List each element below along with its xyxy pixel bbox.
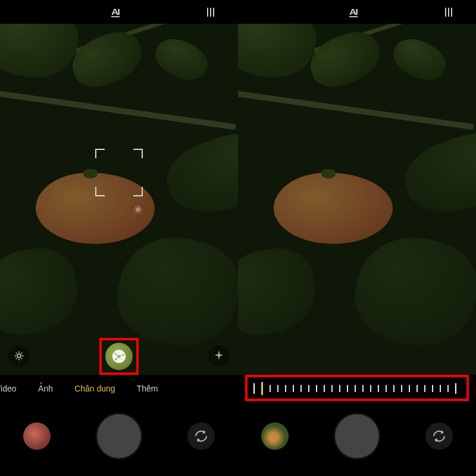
- dial-tick: [447, 385, 449, 392]
- ai-toggle-icon[interactable]: AI: [111, 7, 120, 17]
- mode-photo[interactable]: Ảnh: [27, 384, 64, 393]
- camera-viewfinder[interactable]: [238, 24, 476, 375]
- dial-tick: [339, 385, 340, 392]
- svg-line-6: [140, 211, 140, 212]
- bottom-bar: [238, 375, 476, 476]
- top-bar: AI: [0, 0, 238, 24]
- svg-point-0: [137, 208, 140, 211]
- dial-tick: [386, 385, 387, 392]
- aperture-dial[interactable]: [250, 380, 464, 397]
- dial-tick: [393, 385, 394, 392]
- effects-button[interactable]: [208, 345, 230, 367]
- dial-tick: [409, 385, 410, 392]
- shutter-button[interactable]: [335, 414, 379, 458]
- dial-tick: [316, 385, 317, 392]
- brightness-button[interactable]: [8, 345, 30, 367]
- svg-line-7: [136, 211, 136, 212]
- svg-line-15: [21, 358, 23, 359]
- svg-line-8: [140, 207, 140, 208]
- switch-camera-button[interactable]: [425, 422, 453, 450]
- dial-tick: [324, 385, 325, 392]
- phone-screenshot-right: AI: [238, 0, 476, 476]
- dial-tick: [285, 385, 286, 392]
- ai-label: AI: [111, 7, 119, 17]
- dial-tick: [440, 385, 441, 392]
- dial-tick: [362, 385, 364, 392]
- dial-tick: [308, 385, 309, 392]
- ai-toggle-icon[interactable]: AI: [349, 7, 358, 17]
- dial-tick: [331, 385, 333, 392]
- mode-more[interactable]: Thêm: [126, 384, 169, 393]
- dial-tick: [455, 383, 456, 394]
- menu-icon[interactable]: [207, 8, 214, 17]
- shutter-button[interactable]: [97, 414, 141, 458]
- dial-tick: [355, 385, 356, 392]
- dial-tick: [432, 385, 433, 392]
- dial-tick: [378, 385, 379, 392]
- dial-tick: [370, 385, 371, 392]
- svg-line-17: [21, 353, 23, 354]
- focus-indicator: [95, 149, 143, 196]
- svg-line-16: [16, 358, 17, 359]
- phone-screenshot-left: AI: [0, 0, 238, 476]
- svg-line-5: [136, 207, 136, 208]
- dial-tick: [293, 385, 294, 392]
- ai-label: AI: [349, 7, 357, 17]
- dial-tick: [253, 383, 255, 394]
- switch-camera-button[interactable]: [187, 422, 215, 450]
- mode-portrait[interactable]: Chân dung: [64, 384, 126, 393]
- mode-selector[interactable]: Video Ảnh Chân dung Thêm: [0, 375, 238, 402]
- bottom-bar: Video Ảnh Chân dung Thêm: [0, 375, 238, 476]
- svg-line-14: [16, 353, 17, 354]
- dial-tick: [401, 385, 402, 392]
- dial-tick: [424, 385, 425, 392]
- camera-viewfinder[interactable]: [0, 24, 238, 375]
- dial-tick: [300, 385, 302, 392]
- gallery-thumbnail[interactable]: [23, 422, 51, 450]
- aperture-button[interactable]: [105, 343, 133, 370]
- exposure-sun-icon[interactable]: [134, 205, 142, 214]
- dial-tick: [277, 385, 278, 392]
- top-bar: AI: [238, 0, 476, 24]
- dial-tick: [270, 385, 271, 392]
- highlight-box: [99, 338, 139, 375]
- svg-point-9: [17, 354, 21, 358]
- menu-icon[interactable]: [445, 8, 452, 17]
- dial-cursor: [261, 382, 263, 395]
- mode-video[interactable]: Video: [0, 384, 27, 393]
- dial-tick: [347, 385, 348, 392]
- dial-tick: [416, 385, 418, 392]
- gallery-thumbnail[interactable]: [261, 422, 289, 450]
